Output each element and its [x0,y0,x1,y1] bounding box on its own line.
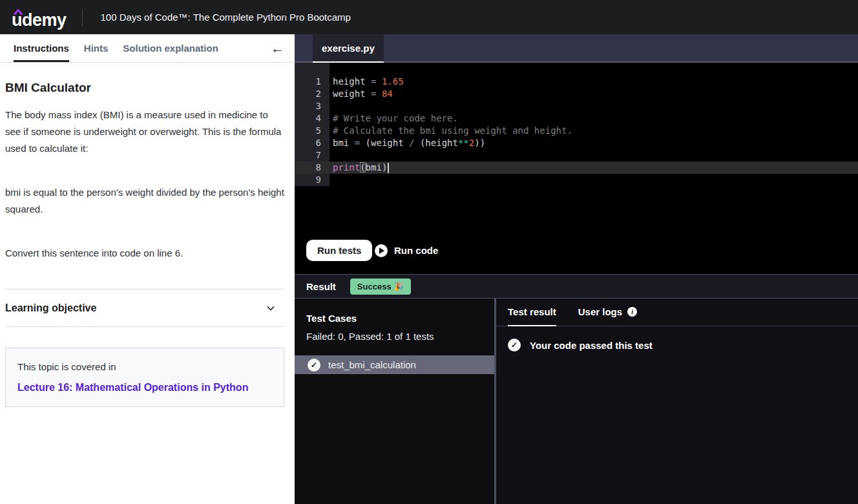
udemy-coding-exercise-page: udemy 100 Days of Code™: The Complete Py… [0,0,858,504]
code-token: ) [382,162,387,173]
code-line[interactable] [330,174,858,186]
code-token: height [425,138,458,148]
code-line[interactable]: print(bmi) [330,162,858,174]
test-passed-message: Your code passed this test [530,340,653,351]
code-token: / [404,138,420,148]
tab-hints[interactable]: Hints [84,34,109,62]
instructions-tabbar: Instructions Hints Solution explanation … [0,34,295,63]
test-cases-panel: Test Cases Failed: 0, Passed: 1 of 1 tes… [295,299,496,504]
result-label: Result [306,281,336,292]
code-line[interactable]: height = 1.65 [330,76,858,88]
code-token: 1.65 [382,76,404,87]
code-token: 84 [382,89,393,99]
header-divider [82,9,83,26]
code-token: = [366,76,382,87]
test-cases-heading: Test Cases [306,313,483,324]
line-number: 3 [295,100,330,112]
course-title: 100 Days of Code™: The Complete Python P… [101,12,351,23]
top-header: udemy 100 Days of Code™: The Complete Py… [0,0,858,34]
run-tests-button[interactable]: Run tests [306,240,372,261]
code-token: weight [371,138,404,148]
file-tab-exercise-py[interactable]: exercise.py [313,34,384,63]
code-token: weight [333,89,366,99]
line-number: 4 [295,112,330,125]
instructions-paragraph: The body mass index (BMI) is a measure u… [5,107,284,157]
test-case-name: test_bmi_calculation [328,359,416,370]
exercise-title: BMI Calculator [5,81,284,95]
topic-covered-box: This topic is covered in Lecture 16: Mat… [5,348,284,407]
play-icon [375,244,388,257]
test-passed-message-row: ✓ Your code passed this test [496,326,858,352]
code-line[interactable]: # Calculate the bmi using weight and hei… [330,125,858,137]
result-bar: Result Success 🎉 [295,274,858,299]
tab-solution-explanation[interactable]: Solution explanation [123,34,218,62]
test-cases-summary: Failed: 0, Passed: 1 of 1 tests [306,331,483,342]
topic-intro-text: This topic is covered in [17,361,272,372]
instructions-paragraph: bmi is equal to the person's weight divi… [5,184,284,218]
line-number: 1 [295,76,330,88]
code-token: )) [474,138,485,148]
info-icon: i [627,307,637,317]
code-token: = [349,138,365,148]
instructions-paragraph: Convert this sentence into code on line … [5,245,284,262]
line-numbers: 123456789 [295,63,330,186]
run-code-label: Run code [394,245,438,256]
editor-tabbar: exercise.py [295,34,858,63]
udemy-logo[interactable]: udemy [12,6,67,29]
code-token: ( [360,162,365,173]
learning-objective-heading: Learning objective [5,302,96,314]
divider [5,326,284,327]
code-area[interactable]: 123456789 height = 1.65weight = 84# Writ… [295,63,858,186]
code-token: ( [366,138,371,148]
code-line[interactable]: # Write your code here. [330,112,858,125]
code-token: ** [458,138,469,148]
code-editor[interactable]: 123456789 height = 1.65weight = 84# Writ… [295,63,858,274]
chevron-down-icon [266,304,275,313]
run-code-button[interactable]: Run code [375,240,438,261]
test-cases-header: Test Cases Failed: 0, Passed: 1 of 1 tes… [295,299,494,342]
line-number: 7 [295,149,330,162]
code-token: 2 [469,138,474,148]
check-icon: ✓ [308,359,320,372]
code-token: # Write your code here. [333,113,458,123]
code-token: bmi [366,162,382,173]
code-token: print [333,162,360,173]
code-lines[interactable]: height = 1.65weight = 84# Write your cod… [330,63,858,186]
text-cursor [388,163,389,173]
code-token: bmi [333,138,349,148]
collapse-panel-arrow-icon[interactable]: ← [271,41,284,56]
line-number: 2 [295,88,330,100]
line-number: 8 [295,162,330,174]
code-workspace: exercise.py 123456789 height = 1.65weigh… [295,34,858,504]
code-token: = [366,89,382,99]
line-number: 5 [295,125,330,137]
code-token: height [333,76,366,87]
test-case-item[interactable]: ✓test_bmi_calculation [295,355,494,374]
code-line[interactable]: weight = 84 [330,88,858,100]
code-line[interactable] [330,149,858,162]
tab-user-logs[interactable]: User logs i [578,306,637,326]
test-case-list: ✓test_bmi_calculation [295,355,494,374]
test-result-panel: Test result User logs i ✓ Your code pass… [496,299,858,504]
learning-objective-toggle[interactable]: Learning objective [5,289,284,326]
instructions-panel: Instructions Hints Solution explanation … [0,34,295,504]
check-icon: ✓ [508,339,521,352]
lecture-link[interactable]: Lecture 16: Mathematical Operations in P… [17,382,272,394]
instructions-content: BMI Calculator The body mass index (BMI)… [0,63,295,407]
line-number: 6 [295,137,330,149]
line-number: 9 [295,174,330,186]
tab-instructions[interactable]: Instructions [14,34,69,62]
code-line[interactable] [330,100,858,112]
user-logs-label: User logs [578,306,622,317]
code-line[interactable]: bmi = (weight / (height**2)) [330,137,858,149]
test-result-tabbar: Test result User logs i [496,299,858,326]
results-split: Test Cases Failed: 0, Passed: 1 of 1 tes… [295,299,858,504]
tab-test-result[interactable]: Test result [508,306,556,326]
success-status-badge: Success 🎉 [350,278,412,295]
code-token: # Calculate the bmi using weight and hei… [333,125,572,136]
